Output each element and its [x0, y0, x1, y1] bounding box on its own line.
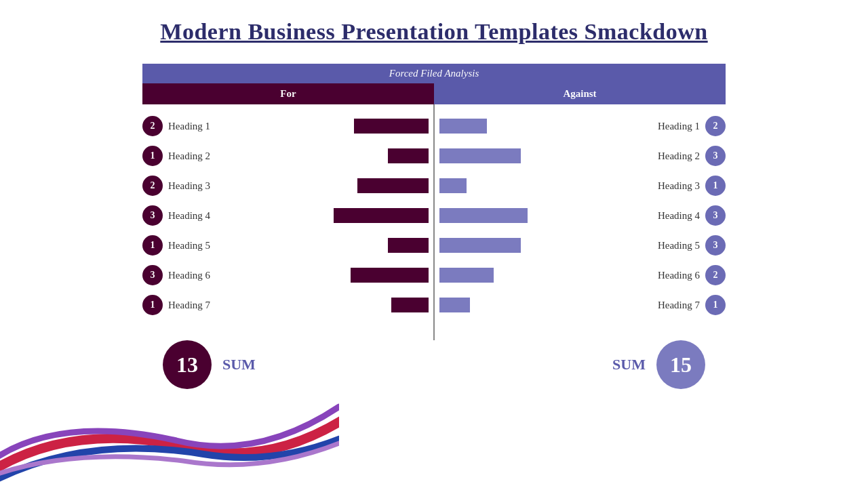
- bar-for: [357, 178, 429, 193]
- decorative-swoosh: [0, 380, 339, 488]
- row-label-right: Heading 2: [639, 150, 700, 162]
- bar-against: [439, 119, 487, 134]
- bar-for: [391, 298, 429, 312]
- bar-for-wrapper: [229, 238, 429, 253]
- row-label-right: Heading 7: [639, 300, 700, 311]
- chart-container: Forced Filed Analysis For Against 2 Head…: [142, 64, 726, 327]
- for-column-header: For: [142, 83, 434, 104]
- row-right-side: Heading 4 3: [434, 205, 726, 226]
- row-label-left: Heading 4: [168, 210, 229, 222]
- row-left-side: 1 Heading 7: [142, 295, 434, 315]
- badge-against: 3: [705, 205, 726, 226]
- row-right-side: Heading 7 1: [434, 295, 726, 315]
- row-label-right: Heading 1: [639, 121, 700, 132]
- row-left-side: 2 Heading 3: [142, 176, 434, 196]
- row-label-right: Heading 6: [639, 270, 700, 281]
- badge-against: 3: [705, 235, 726, 256]
- badge-against: 1: [705, 295, 726, 315]
- row-right-side: Heading 2 3: [434, 146, 726, 166]
- against-column-header: Against: [434, 83, 726, 104]
- row-right-side: Heading 1 2: [434, 116, 726, 136]
- row-label-left: Heading 2: [168, 150, 229, 162]
- badge-for: 3: [142, 265, 163, 285]
- bar-against: [439, 148, 521, 163]
- bar-against-wrapper: [439, 148, 639, 163]
- badge-for: 1: [142, 295, 163, 315]
- bar-for-wrapper: [229, 148, 429, 163]
- bar-for: [388, 148, 429, 163]
- sum-right-circle: 15: [656, 340, 705, 389]
- chart-body: 2 Heading 1 Heading 1 2 1 Heading 2: [142, 104, 726, 327]
- row-label-left: Heading 6: [168, 270, 229, 281]
- row-left-side: 2 Heading 1: [142, 116, 434, 136]
- bar-against: [439, 298, 470, 312]
- bar-for: [334, 208, 429, 223]
- badge-for: 1: [142, 235, 163, 256]
- bar-against: [439, 178, 467, 193]
- bar-for: [354, 119, 429, 134]
- chart-columns-header: For Against: [142, 83, 726, 104]
- bar-for: [388, 238, 429, 253]
- badge-against: 3: [705, 146, 726, 166]
- sum-right: SUM 15: [612, 340, 705, 389]
- badge-for: 2: [142, 116, 163, 136]
- chart-row: 2 Heading 1 Heading 1 2: [142, 115, 726, 137]
- bar-for-wrapper: [229, 298, 429, 312]
- bar-against-wrapper: [439, 268, 639, 283]
- bar-for-wrapper: [229, 178, 429, 193]
- row-left-side: 3 Heading 4: [142, 205, 434, 226]
- sum-left-label: SUM: [222, 356, 256, 373]
- badge-against: 2: [705, 265, 726, 285]
- bar-for-wrapper: [229, 208, 429, 223]
- bar-against-wrapper: [439, 178, 639, 193]
- chart-row: 1 Heading 7 Heading 7 1: [142, 294, 726, 316]
- badge-for: 1: [142, 146, 163, 166]
- chart-row: 3 Heading 6 Heading 6 2: [142, 264, 726, 286]
- row-left-side: 1 Heading 5: [142, 235, 434, 256]
- bar-against-wrapper: [439, 298, 639, 312]
- chart-row: 1 Heading 5 Heading 5 3: [142, 235, 726, 256]
- row-label-left: Heading 1: [168, 121, 229, 132]
- chart-row: 3 Heading 4 Heading 4 3: [142, 205, 726, 226]
- page-title: Modern Business Presentation Templates S…: [0, 0, 868, 52]
- badge-for: 3: [142, 205, 163, 226]
- row-right-side: Heading 5 3: [434, 235, 726, 256]
- chart-header: Forced Filed Analysis: [142, 64, 726, 83]
- bar-against: [439, 268, 494, 283]
- bar-for-wrapper: [229, 119, 429, 134]
- bar-for: [351, 268, 429, 283]
- row-label-right: Heading 3: [639, 180, 700, 192]
- badge-against: 1: [705, 176, 726, 196]
- row-label-left: Heading 7: [168, 300, 229, 311]
- badge-against: 2: [705, 116, 726, 136]
- sum-right-label: SUM: [612, 356, 646, 373]
- bar-against-wrapper: [439, 119, 639, 134]
- bar-for-wrapper: [229, 268, 429, 283]
- row-right-side: Heading 3 1: [434, 176, 726, 196]
- chart-row: 2 Heading 3 Heading 3 1: [142, 175, 726, 197]
- row-left-side: 1 Heading 2: [142, 146, 434, 166]
- bar-against-wrapper: [439, 208, 639, 223]
- badge-for: 2: [142, 176, 163, 196]
- row-label-left: Heading 5: [168, 240, 229, 251]
- row-left-side: 3 Heading 6: [142, 265, 434, 285]
- row-label-left: Heading 3: [168, 180, 229, 192]
- bar-against: [439, 208, 528, 223]
- row-right-side: Heading 6 2: [434, 265, 726, 285]
- chart-row: 1 Heading 2 Heading 2 3: [142, 145, 726, 167]
- bar-against-wrapper: [439, 238, 639, 253]
- bar-against: [439, 238, 521, 253]
- row-label-right: Heading 4: [639, 210, 700, 222]
- row-label-right: Heading 5: [639, 240, 700, 251]
